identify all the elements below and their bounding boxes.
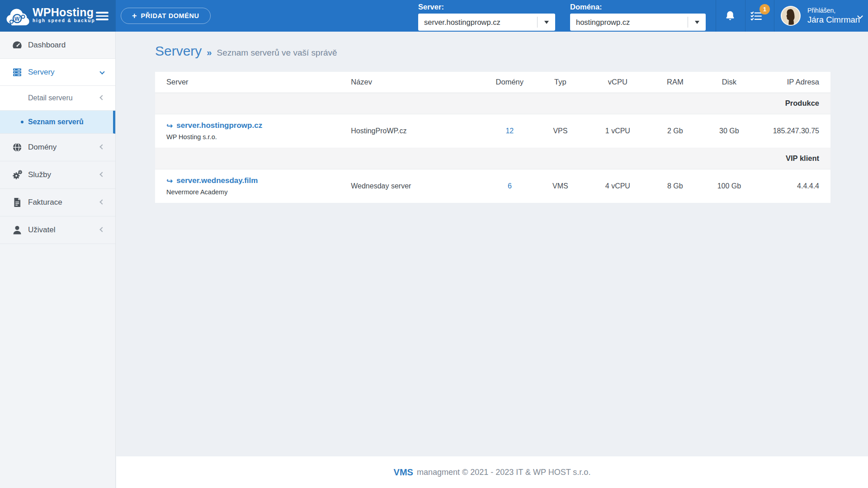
col-disk: Disk xyxy=(702,72,756,93)
server-owner: Nevermore Academy xyxy=(166,188,351,196)
gauge-icon xyxy=(12,40,23,51)
menu-toggle-icon[interactable] xyxy=(96,12,108,20)
avatar-silhouette xyxy=(782,7,800,25)
domain-select[interactable]: hostingprowp.cz xyxy=(570,14,706,31)
sidebar-item-sluzby[interactable]: Služby xyxy=(0,161,115,189)
server-select-value: server.hostingprowp.cz xyxy=(418,18,537,27)
col-ip: IP Adresa xyxy=(756,72,830,93)
top-bar: W WPHosting high speed & backup + PŘIDAT… xyxy=(0,0,868,32)
group-name: Produkce xyxy=(155,93,830,114)
sidebar-item-label: Seznam serverů xyxy=(28,118,84,126)
server-link-label: server.wednesday.film xyxy=(176,176,258,185)
cell-disk: 100 Gb xyxy=(702,169,756,203)
sidebar-item-domeny[interactable]: Domény xyxy=(0,134,115,161)
sidebar-item-detail-serveru[interactable]: Detail serveru xyxy=(0,86,115,111)
cell-vcpu: 1 vCPU xyxy=(587,114,648,148)
arrow-right-hook-icon: ↪ xyxy=(166,176,173,185)
user-icon xyxy=(12,225,23,235)
logo-area: W WPHosting high speed & backup xyxy=(0,0,116,32)
notification-badge[interactable]: 1 xyxy=(760,4,770,14)
cell-typ: VMS xyxy=(533,169,588,203)
domain-select-value: hostingprowp.cz xyxy=(570,18,688,27)
servers-icon xyxy=(12,67,23,78)
server-select-group: Server: server.hostingprowp.cz xyxy=(418,3,555,31)
cell-vcpu: 4 vCPU xyxy=(587,169,648,203)
group-row-vip-klient: VIP klient xyxy=(155,148,830,169)
add-domain-label: PŘIDAT DOMÉNU xyxy=(141,12,199,19)
chevron-left-icon xyxy=(99,144,104,149)
sidebar-item-fakturace[interactable]: Fakturace xyxy=(0,189,115,216)
cell-ip: 185.247.30.75 xyxy=(756,114,830,148)
col-nazev: Název xyxy=(351,72,486,93)
col-vcpu: vCPU xyxy=(587,72,648,93)
brand[interactable]: WPHosting high speed & backup xyxy=(33,6,95,23)
globe-icon xyxy=(12,142,23,153)
col-domeny: Domény xyxy=(486,72,533,93)
sidebar-item-servery[interactable]: Servery xyxy=(0,59,115,86)
gears-icon xyxy=(12,169,23,180)
plus-icon: + xyxy=(132,12,137,20)
sidebar-item-dashboard[interactable]: Dashboard xyxy=(0,32,115,59)
sidebar-item-label: Fakturace xyxy=(28,198,62,207)
sidebar-item-uzivatel[interactable]: Uživatel xyxy=(0,216,115,244)
chevron-left-icon xyxy=(99,172,104,177)
sidebar-item-label: Dashboard xyxy=(28,41,66,50)
cell-ram: 8 Gb xyxy=(648,169,703,203)
footer: VMS managment © 2021 - 2023 IT & WP HOST… xyxy=(116,456,868,488)
user-menu[interactable]: Přihlášen, Jára Cimrman xyxy=(807,7,860,25)
group-name: VIP klient xyxy=(155,148,830,169)
divider xyxy=(774,0,774,32)
cell-ram: 2 Gb xyxy=(648,114,703,148)
server-link[interactable]: ↪ server.hostingprowp.cz xyxy=(166,121,351,130)
cell-disk: 30 Gb xyxy=(702,114,756,148)
wphosting-logo-icon: W xyxy=(5,5,31,26)
domain-count-link[interactable]: 12 xyxy=(505,127,514,135)
chevron-left-icon xyxy=(99,199,104,204)
sidebar-item-label: Služby xyxy=(28,170,51,179)
avatar[interactable] xyxy=(781,6,801,26)
domain-select-caret[interactable] xyxy=(688,17,706,28)
sidebar: Dashboard Servery Detail serveru Seznam … xyxy=(0,32,116,488)
server-link-label: server.hostingprowp.cz xyxy=(176,121,262,130)
server-select[interactable]: server.hostingprowp.cz xyxy=(418,14,555,31)
chevron-left-icon xyxy=(99,95,104,100)
cell-typ: VPS xyxy=(533,114,588,148)
server-select-caret[interactable] xyxy=(537,17,555,28)
server-link[interactable]: ↪ server.wednesday.film xyxy=(166,176,351,185)
cell-ip: 4.4.4.4 xyxy=(756,169,830,203)
user-status: Přihlášen, xyxy=(807,7,860,14)
divider xyxy=(716,0,716,32)
user-name: Jára Cimrman xyxy=(807,14,860,25)
caret-down-icon xyxy=(544,21,549,24)
domain-count-link[interactable]: 6 xyxy=(508,182,512,190)
active-bullet xyxy=(21,121,24,123)
server-table: Server Název Domény Typ vCPU RAM Disk IP… xyxy=(155,72,830,203)
invoice-icon xyxy=(12,197,23,208)
chevron-down-icon xyxy=(99,69,104,74)
add-domain-button[interactable]: + PŘIDAT DOMÉNU xyxy=(121,8,211,24)
breadcrumb-separator: » xyxy=(207,47,212,58)
footer-brand-link[interactable]: VMS xyxy=(394,467,413,478)
bell-icon[interactable] xyxy=(724,10,736,23)
cell-nazev: HostingProWP.cz xyxy=(351,114,486,148)
cell-nazev: Wednesday server xyxy=(351,169,486,203)
sidebar-item-label: Servery xyxy=(28,68,55,77)
brand-tagline: high speed & backup xyxy=(33,18,95,23)
col-server: Server xyxy=(155,72,351,93)
arrow-right-hook-icon: ↪ xyxy=(166,121,173,130)
svg-text:W: W xyxy=(14,16,20,22)
page-title: Servery xyxy=(155,43,202,59)
sidebar-item-seznam-serveru[interactable]: Seznam serverů xyxy=(0,111,115,134)
table-header-row: Server Název Domény Typ vCPU RAM Disk IP… xyxy=(155,72,830,93)
sidebar-item-label: Domény xyxy=(28,143,57,152)
sidebar-item-label: Uživatel xyxy=(28,225,55,235)
table-row: ↪ server.hostingprowp.cz WP Hosting s.r.… xyxy=(155,114,830,148)
domain-select-label: Doména: xyxy=(570,3,706,11)
caret-down-icon xyxy=(695,21,699,24)
server-table-card: Server Název Domény Typ vCPU RAM Disk IP… xyxy=(155,72,830,203)
server-select-label: Server: xyxy=(418,3,555,11)
footer-text: managment © 2021 - 2023 IT & WP HOST s.r… xyxy=(417,468,590,477)
server-owner: WP Hosting s.r.o. xyxy=(166,133,351,141)
divider xyxy=(745,0,745,32)
sidebar-item-label: Detail serveru xyxy=(28,94,73,102)
